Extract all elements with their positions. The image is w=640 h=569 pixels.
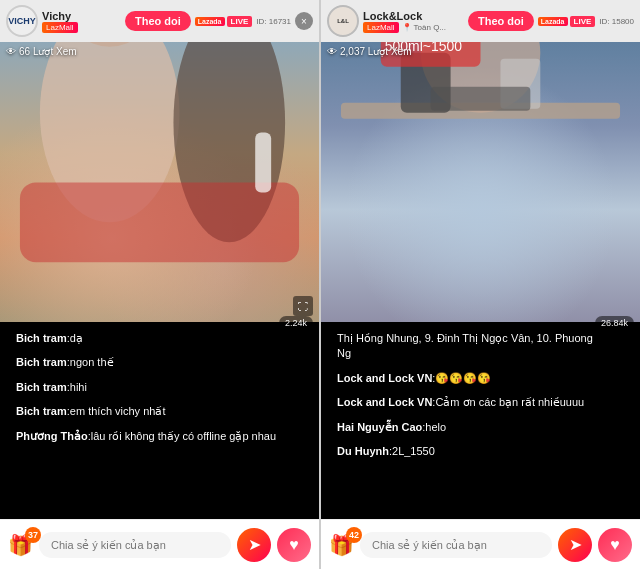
sender-1-2: Bich tram <box>16 381 67 393</box>
chat-message-2-3: Hai Nguyễn Cao:helo <box>329 417 454 438</box>
close-icon-1: × <box>301 16 307 27</box>
follow-button-1[interactable]: Theo doi <box>125 11 191 31</box>
lazmall-badge-1: LazMall <box>42 22 78 33</box>
share-icon-2: ➤ <box>569 535 582 554</box>
lazada-logo-1: Lazada <box>195 17 225 26</box>
sender-1-1: Bich tram <box>16 356 67 368</box>
chat-area-1: Bich tram:dạ Bich tram:ngon thế Bich tra… <box>0 322 319 517</box>
lazmall-badge-2: LazMall <box>363 22 399 33</box>
video-area-2: 500ml~1500 <box>321 42 640 322</box>
fullscreen-svg-1: ⛶ <box>298 301 308 312</box>
heart-icon-2: ♥ <box>610 536 620 554</box>
chat-message-2-4: Du Huynh:2L_1550 <box>329 441 443 462</box>
svg-rect-4 <box>20 182 299 262</box>
brand-name-2: Lock&Lock <box>363 10 464 22</box>
msg-text-1-0: dạ <box>70 332 83 344</box>
video-silhouette-1 <box>0 42 319 322</box>
heart-button-1[interactable]: ♥ <box>277 528 311 562</box>
chat-message-2-1: Lock and Lock VN:😘😘😘😘 <box>329 368 499 389</box>
viewer-badge-1: 2.24k <box>279 316 313 330</box>
sender-1-3: Bich tram <box>16 405 67 417</box>
chat-message-1-0: Bich tram:dạ <box>8 328 91 349</box>
sender-2-4: Du Huynh <box>337 445 389 457</box>
gift-area-1: 🎁 37 <box>8 533 33 557</box>
stream-header-2: L&L Lock&Lock LazMall 📍 Toàn Q... Theo d… <box>321 0 640 42</box>
svg-rect-13 <box>431 87 531 111</box>
sender-1-4: Phương Thảo <box>16 430 88 442</box>
msg-text-2-0: Thị Hồng Nhung, 9. Đinh Thị Ngọc Vân, 10… <box>337 332 593 359</box>
eye-icon-1: 👁 <box>6 46 16 57</box>
brand-logo-2: L&L <box>327 5 359 37</box>
brand-logo-1: VICHY <box>6 5 38 37</box>
chat-message-1-2: Bich tram:hihi <box>8 377 95 398</box>
fullscreen-icon-1[interactable]: ⛶ <box>293 296 313 316</box>
view-count-text-2: 2,037 Lượt Xem <box>340 46 411 57</box>
brand-info-1: Vichy LazMall <box>42 10 121 33</box>
chat-area-2: Thị Hồng Nhung, 9. Đinh Thị Ngọc Vân, 10… <box>321 322 640 517</box>
brand-name-1: Vichy <box>42 10 121 22</box>
msg-text-1-3: em thích vichy nhất <box>70 405 166 417</box>
chat-message-1-1: Bich tram:ngon thế <box>8 352 122 373</box>
gift-count-2: 42 <box>346 527 362 543</box>
live-badge-2: LIVE <box>570 16 596 27</box>
msg-text-2-1: 😘😘😘😘 <box>435 372 491 384</box>
eye-icon-2: 👁 <box>327 46 337 57</box>
streams-container: VICHY Vichy LazMall Theo doi Lazada LIVE… <box>0 0 640 569</box>
sender-2-2: Lock and Lock VN <box>337 396 432 408</box>
share-button-1[interactable]: ➤ <box>237 528 271 562</box>
bottom-bar-2: 🎁 42 ➤ ♥ <box>321 519 640 569</box>
video-bg-1 <box>0 42 319 322</box>
heart-icon-1: ♥ <box>289 536 299 554</box>
view-count-1: 👁 66 Lượt Xem <box>6 46 77 57</box>
viewer-badge-2: 26.84k <box>595 316 634 330</box>
video-area-1: ⛶ <box>0 42 319 322</box>
stream-id-1: ID: 16731 <box>256 17 291 26</box>
brand-info-2: Lock&Lock LazMall 📍 Toàn Q... <box>363 10 464 33</box>
svg-rect-5 <box>255 133 271 193</box>
heart-button-2[interactable]: ♥ <box>598 528 632 562</box>
sender-2-3: Hai Nguyễn Cao <box>337 421 422 433</box>
msg-text-1-4: lâu rồi không thấy có offline gặp nhau <box>91 430 276 442</box>
chat-message-2-2: Lock and Lock VN:Cảm ơn các bạn rất nhiề… <box>329 392 592 413</box>
msg-text-1-2: hihi <box>70 381 87 393</box>
chat-message-2-0: Thị Hồng Nhung, 9. Đinh Thị Ngọc Vân, 10… <box>329 328 617 365</box>
lazada-live-badge-1: Lazada LIVE <box>195 16 253 27</box>
gift-area-2: 🎁 42 <box>329 533 354 557</box>
follow-button-2[interactable]: Theo doi <box>468 11 534 31</box>
msg-text-2-4: 2L_1550 <box>392 445 435 457</box>
view-count-2: 👁 2,037 Lượt Xem <box>327 46 411 57</box>
live-badge-1: LIVE <box>227 16 253 27</box>
sender-1-0: Bich tram <box>16 332 67 344</box>
stream-id-2: ID: 15800 <box>599 17 634 26</box>
gift-count-1: 37 <box>25 527 41 543</box>
stream-panel-1: VICHY Vichy LazMall Theo doi Lazada LIVE… <box>0 0 319 569</box>
chat-input-1[interactable] <box>39 532 231 558</box>
msg-text-1-1: ngon thế <box>70 356 114 368</box>
sender-2-1: Lock and Lock VN <box>337 372 432 384</box>
close-button-1[interactable]: × <box>295 12 313 30</box>
lazada-live-badge-2: Lazada LIVE <box>538 16 596 27</box>
share-button-2[interactable]: ➤ <box>558 528 592 562</box>
video-bg-2: 500ml~1500 <box>321 42 640 322</box>
msg-text-2-2: Cảm ơn các bạn rất nhiềuuuu <box>435 396 584 408</box>
stream-header-1: VICHY Vichy LazMall Theo doi Lazada LIVE… <box>0 0 319 42</box>
share-icon-1: ➤ <box>248 535 261 554</box>
msg-text-2-3: helo <box>425 421 446 433</box>
chat-message-1-4: Phương Thảo:lâu rồi không thấy có offlin… <box>8 426 284 447</box>
view-count-text-1: 66 Lượt Xem <box>19 46 77 57</box>
location-badge-2: 📍 Toàn Q... <box>402 23 446 32</box>
chat-message-1-3: Bich tram:em thích vichy nhất <box>8 401 173 422</box>
video-silhouette-2: 500ml~1500 <box>321 42 640 322</box>
bottom-bar-1: 🎁 37 ➤ ♥ <box>0 519 319 569</box>
stream-panel-2: L&L Lock&Lock LazMall 📍 Toàn Q... Theo d… <box>321 0 640 569</box>
lazada-logo-2: Lazada <box>538 17 568 26</box>
chat-input-2[interactable] <box>360 532 552 558</box>
location-pin-icon: 📍 <box>402 23 412 32</box>
